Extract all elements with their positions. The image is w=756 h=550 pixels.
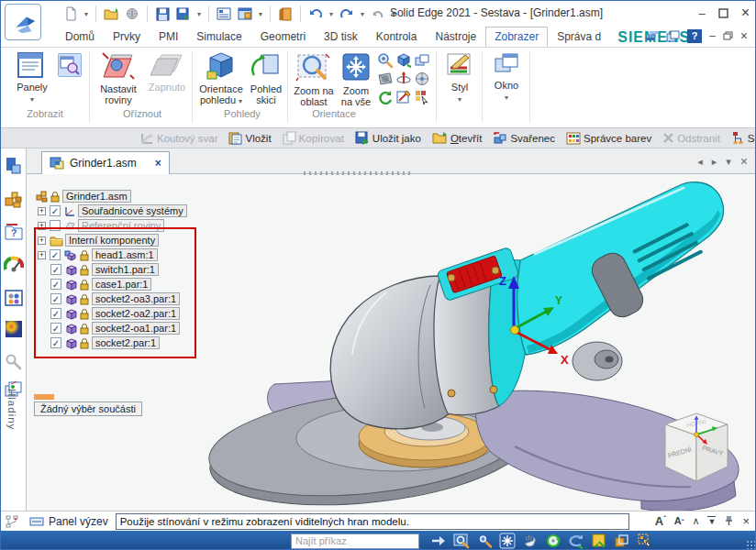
paste-button[interactable]: Vložit	[225, 130, 274, 146]
pin-button[interactable]	[724, 515, 734, 526]
zoom-area-button[interactable]: Zoom na oblast	[291, 51, 337, 107]
tab-scroll-left-button[interactable]: ◂	[697, 156, 703, 168]
tab-nastroje[interactable]: Nástroje	[426, 27, 485, 47]
open-toolbar-button[interactable]: Otevřít	[428, 130, 486, 146]
panels-button[interactable]: Panely ▾	[8, 51, 56, 105]
tree-checkbox[interactable]: ✓	[50, 205, 61, 216]
prompt-panel-icon	[29, 516, 44, 527]
cascade-windows-icon[interactable]	[666, 30, 680, 42]
new-dropdown[interactable]: ▾	[83, 10, 90, 18]
taskbar-window-copy-icon[interactable]	[614, 533, 630, 549]
view-orientation-button[interactable]: Orientace pohledu ▾	[196, 51, 246, 107]
tab-close-button[interactable]: ×	[155, 157, 161, 170]
doc-minimize-button[interactable]: –	[709, 29, 716, 42]
copy-button[interactable]: Kopírovat	[279, 130, 348, 146]
color-manager-button[interactable]: Správce barev	[562, 131, 655, 146]
taskbar-spin-icon[interactable]	[568, 533, 584, 549]
app-close-button[interactable]: ×	[741, 5, 750, 21]
tab-kontrola[interactable]: Kontrola	[367, 27, 427, 47]
application-button[interactable]	[5, 4, 41, 40]
style-button[interactable]: Styl ▾	[441, 51, 478, 105]
clip-disabled-icon	[150, 51, 183, 79]
save-button[interactable]	[153, 5, 172, 23]
tab-bar-close-button[interactable]: ×	[740, 154, 748, 169]
taskbar-fit-icon[interactable]	[499, 533, 516, 549]
taskbar-rotate-icon[interactable]	[545, 533, 561, 549]
set-planes-button[interactable]: Nastavit roviny	[94, 51, 142, 105]
tab-simulace[interactable]: Simulace	[187, 27, 250, 47]
ribbon: Panely ▾ Zobrazit Nastavit roviny Zapnut…	[1, 47, 756, 128]
app-maximize-button[interactable]	[718, 8, 728, 18]
taskbar-zoom-icon[interactable]	[476, 533, 493, 549]
tab-list-dropdown[interactable]: ▾	[726, 156, 731, 168]
new-document-button[interactable]	[61, 5, 80, 23]
select-display-button[interactable]	[414, 89, 432, 107]
font-increase-button[interactable]: Aˆ	[655, 514, 666, 528]
window-button[interactable]: Okno ▾	[487, 51, 526, 104]
tab-geometrie[interactable]: Geometri	[251, 27, 315, 47]
shaded-view-button[interactable]	[377, 71, 395, 89]
property-manager-button[interactable]	[215, 5, 233, 23]
exit-button[interactable]	[276, 5, 295, 23]
view-cube[interactable]: HORNÍ PŘEDNÍ PRAVÝ	[654, 406, 739, 494]
arrange-windows-icon[interactable]	[645, 30, 659, 42]
window-zoom-toggle-button[interactable]	[58, 53, 82, 77]
tab-domu[interactable]: Domů	[56, 27, 104, 47]
tab-scroll-right-button[interactable]: ▸	[712, 156, 717, 168]
axis-z-label: Z	[499, 274, 506, 288]
view-style-button[interactable]	[395, 89, 414, 107]
fillet-weld-button[interactable]: Koutový svar	[137, 131, 221, 146]
help-button[interactable]: ?	[687, 29, 702, 43]
prompt-panel-label[interactable]: Panel výzev	[49, 515, 108, 528]
expand-toggle[interactable]: +	[38, 207, 46, 215]
window-settings-button[interactable]	[236, 5, 254, 23]
tab-3d-tisk[interactable]: 3D tisk	[315, 27, 367, 47]
save-as-toolbar-button[interactable]: Uložit jako	[351, 130, 425, 146]
resize-grip[interactable]	[746, 540, 755, 549]
flowchart-icon[interactable]	[6, 514, 20, 529]
open-button[interactable]	[102, 5, 120, 23]
copy-view-button[interactable]	[414, 52, 432, 71]
zoom-button[interactable]	[377, 52, 395, 71]
doc-restore-button[interactable]	[723, 31, 733, 40]
run-command-arrow-icon[interactable]	[430, 534, 447, 547]
assemble-button[interactable]: Sestavit	[728, 130, 756, 146]
sketch-view-button[interactable]: Pohled skici	[247, 51, 285, 105]
quick-access-toolbar: ▾ ▾ ▾ ▾ ▾ ▾	[61, 3, 397, 25]
rotate-view-button[interactable]	[395, 71, 414, 89]
tab-zobrazeni[interactable]: Zobrazer	[485, 27, 548, 47]
weldment-button[interactable]: Svařenec	[489, 130, 559, 146]
tree-item-label[interactable]: Souřadnicové systémy	[78, 204, 187, 217]
save-as-button[interactable]	[174, 5, 193, 23]
taskbar-select-icon[interactable]	[637, 533, 653, 549]
taskbar-note-icon[interactable]	[591, 533, 607, 549]
undo-button[interactable]	[306, 5, 325, 23]
find-command-input[interactable]	[291, 534, 419, 549]
tree-root-label[interactable]: Grinder1.asm	[62, 190, 131, 203]
hyperlink-globe-button[interactable]	[123, 5, 141, 23]
delete-button[interactable]: Odstranit	[659, 131, 724, 145]
ribbon-tab-strip: Domů Prvky PMI Simulace Geometri 3D tisk…	[56, 27, 697, 47]
clipping-on-button[interactable]: Zapnuto	[146, 51, 188, 93]
expand-button[interactable]: ▼	[707, 516, 716, 526]
window-settings-dropdown[interactable]: ▾	[257, 10, 264, 18]
document-tab[interactable]: Grinder1.asm ×	[41, 151, 170, 174]
undo-dropdown[interactable]: ▾	[328, 10, 335, 18]
taskbar-zoom-area-icon[interactable]	[453, 533, 470, 549]
document-tab-bar: Grinder1.asm × ◂ ▸ ▾ ×	[27, 148, 756, 174]
font-decrease-button[interactable]: Aˇ	[674, 515, 684, 526]
zoom-fit-button[interactable]: Zoom na vše	[337, 51, 375, 107]
collapse-button[interactable]: ∧	[692, 515, 699, 527]
app-minimize-button[interactable]: –	[698, 6, 705, 20]
tab-sprava-dat[interactable]: Správa d	[548, 27, 610, 47]
tab-pmi[interactable]: PMI	[150, 27, 187, 47]
tab-prvky[interactable]: Prvky	[104, 27, 150, 47]
save-as-dropdown[interactable]: ▾	[195, 10, 203, 18]
doc-close-button[interactable]: ×	[740, 28, 748, 43]
taskbar-pan-icon[interactable]	[522, 533, 539, 549]
pan-view-button[interactable]	[395, 52, 414, 71]
refresh-view-button[interactable]	[377, 89, 395, 107]
prompt-close-button[interactable]: ×	[742, 514, 750, 528]
sketch-view-icon	[250, 51, 282, 81]
orbit-view-button[interactable]	[414, 71, 432, 89]
